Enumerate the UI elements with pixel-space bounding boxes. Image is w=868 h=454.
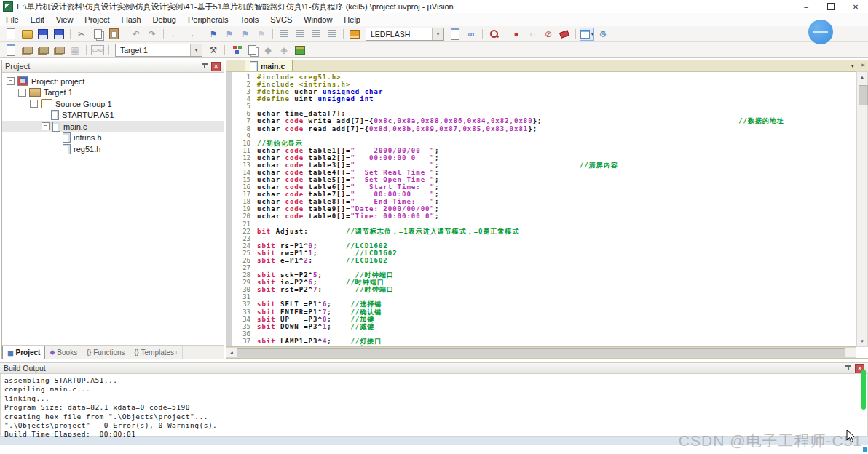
translate-file-button[interactable] [4,44,18,57]
menu-peripherals[interactable]: Peripherals [182,13,234,26]
menu-project[interactable]: Project [79,13,115,26]
bookmark-toggle-button[interactable]: ⚑ [206,28,221,41]
panel-tab-books[interactable]: ◆Books [45,346,82,359]
pin-icon[interactable] [201,63,208,70]
indent-left-button[interactable] [277,28,291,41]
expander-icon[interactable]: − [18,89,26,97]
debug-restore-views-button[interactable]: ▾ [580,28,594,41]
debug-restore-views-icon [580,30,590,39]
debug-restore-views-dropdown-icon[interactable]: ▾ [591,31,593,36]
menu-flash[interactable]: Flash [116,13,147,26]
find-in-files-button[interactable] [448,28,462,41]
find-text-combobox[interactable]: LEDFLASH▾ [366,28,444,41]
menu-debug[interactable]: Debug [147,13,182,26]
open-file-button[interactable] [20,28,34,41]
line-number: 34 [232,316,257,323]
vertical-scroll-thumb[interactable] [859,85,868,105]
uncomment-selection-button[interactable] [325,28,339,41]
screen-recorder-bubble[interactable] [808,20,833,44]
scroll-up-icon[interactable]: ▲ [857,72,867,82]
menu-window[interactable]: Window [298,13,338,26]
indent-right-button[interactable] [293,28,307,41]
panel-tab-functions[interactable]: {}Functions [82,346,130,359]
find-text-dropdown-icon[interactable]: ▾ [432,28,443,40]
navigate-back-button[interactable]: ← [167,28,182,41]
menu-edit[interactable]: Edit [25,13,50,26]
breakpoint-toggle-button[interactable]: ● [509,28,524,41]
options-for-target-button[interactable]: ⚒ [206,44,221,57]
bookmark-next-button[interactable]: ⚑ [238,28,253,41]
tab-list-dropdown-icon[interactable]: ▼ [850,63,855,68]
file-extensions-button[interactable] [245,44,259,57]
panel-tab-templates[interactable]: {}Templates↓ [130,346,184,359]
comment-selection-button[interactable] [309,28,323,41]
download-button[interactable]: LOAD [90,44,105,57]
tree-item-reg51-h[interactable]: reg51.h [2,143,224,155]
save-button[interactable] [36,28,50,41]
build-button[interactable] [20,44,34,57]
breakpoint-gutter[interactable] [226,72,232,346]
tree-item-startup-a51[interactable]: STARTUP.A51 [2,110,224,122]
menu-svcs[interactable]: SVCS [264,13,298,26]
expander-icon[interactable]: − [42,122,50,130]
tree-item-target-1[interactable]: −Target 1 [2,87,224,99]
maximize-button[interactable] [818,0,843,13]
save-all-button[interactable] [52,28,66,41]
scroll-left-icon[interactable]: ◄ [226,351,237,355]
start-stop-debug-session-button[interactable] [486,28,501,41]
bookmark-previous-button[interactable]: ⚑ [222,28,237,41]
navigate-forward-button[interactable]: → [184,28,198,41]
editor-vertical-scrollbar[interactable]: ▲ ▼ [856,71,868,347]
close-button[interactable]: ✕ [843,0,868,13]
breakpoint-enable-disable-button[interactable]: ○ [525,28,540,41]
find-button[interactable]: ∞ [464,28,478,41]
toolbar-separator [575,29,576,39]
tab-main-c[interactable]: main.c [245,60,293,71]
tree-item-main-c[interactable]: −main.c [2,121,224,132]
manage-project-items-button[interactable] [229,44,243,57]
redo-button[interactable]: ↷ [145,28,159,41]
code-editor[interactable]: 1#include <reg51.h>2#include <intrins.h>… [226,71,856,347]
paste-button[interactable] [106,28,121,41]
component-viewer-button[interactable]: ◆ [261,44,275,57]
tree-item-project-project[interactable]: −Project: project [2,76,224,87]
configuration-button[interactable]: ⚙ [596,28,610,41]
software-packs-button[interactable]: ◈ [277,44,291,57]
menu-file[interactable]: File [0,13,25,26]
bookmark-clear-all-button[interactable]: ⚑ [254,28,269,41]
select-target-dropdown-icon[interactable]: ▾ [190,44,202,56]
indent-right-icon [296,30,304,38]
open-book-icon [350,30,360,39]
select-target-combobox[interactable]: Target 1▾ [115,44,202,57]
pin-icon[interactable] [845,365,852,372]
tree-item-intrins-h[interactable]: intrins.h [2,132,224,144]
editor-horizontal-scrollbar[interactable]: ◄ [226,347,856,358]
tab-close-icon[interactable]: ✕ [861,63,865,68]
pack-installer-button[interactable] [293,44,307,57]
project-panel-close-icon[interactable]: ✕ [211,62,221,71]
menu-view[interactable]: View [50,13,79,26]
batch-build-button[interactable] [52,44,66,57]
menu-help[interactable]: Help [338,13,366,26]
expander-icon[interactable]: − [30,100,38,108]
breakpoint-kill-all-button[interactable] [557,28,572,41]
undo-button[interactable]: ↶ [129,28,143,41]
new-file-button[interactable] [4,28,18,41]
stop-build-button[interactable]: ▦ [68,44,82,57]
line-number: 15 [232,176,257,183]
horizontal-scroll-thumb[interactable] [237,348,845,357]
breakpoint-disable-all-button[interactable]: ⊘ [541,28,556,41]
open-book-button[interactable] [347,28,362,41]
menu-tools[interactable]: Tools [234,13,265,26]
tree-item-label: intrins.h [74,133,102,142]
rebuild-all-button[interactable] [36,44,50,57]
tree-item-source-group-1[interactable]: −Source Group 1 [2,98,224,110]
panel-tab-project[interactable]: ▦Project [2,346,45,359]
cut-button[interactable]: ✂ [74,28,89,41]
expander-icon[interactable]: − [7,77,15,85]
minimize-button[interactable]: – [794,0,818,13]
scroll-down-icon[interactable]: ▼ [857,336,867,346]
code-text: sbit io=P2^6; //时钟端口 [257,279,384,286]
copy-button[interactable] [90,28,105,41]
code-line: 2#include <intrins.h> [232,81,856,88]
